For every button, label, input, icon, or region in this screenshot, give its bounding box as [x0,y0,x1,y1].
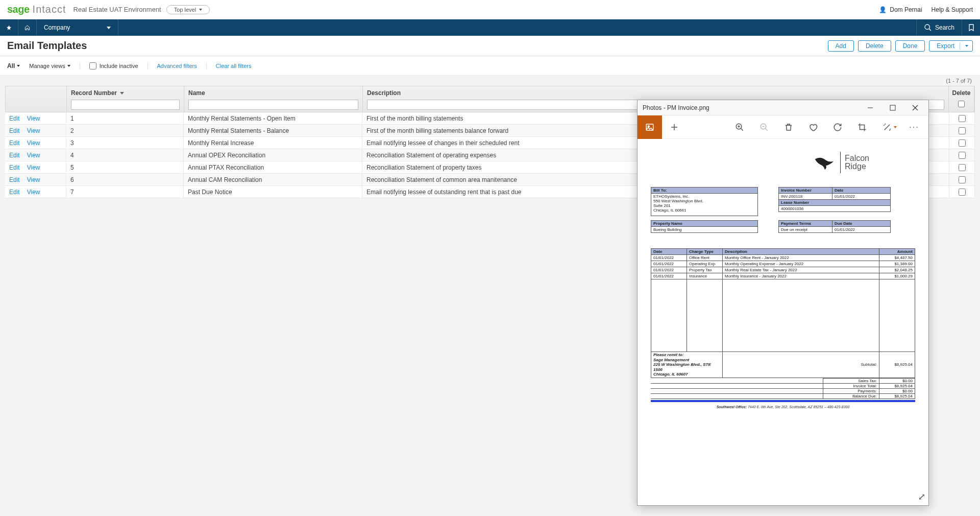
salestax-value: $0.00 [879,378,915,383]
edit-link[interactable]: Edit [9,127,20,134]
delete-button[interactable]: Delete [858,40,891,52]
rotate-button[interactable] [825,115,850,139]
edit-link[interactable]: Edit [9,164,20,171]
more-icon: ··· [909,123,919,132]
edit-link[interactable]: Edit [9,176,20,183]
col-record-number[interactable]: Record Number [67,86,184,112]
col-name[interactable]: Name [184,86,363,112]
company-label: Company [44,24,70,31]
edit-link[interactable]: Edit [9,189,20,196]
row-delete-checkbox[interactable] [959,115,966,122]
cell-name: Annual PTAX Reconciliation [184,161,362,173]
view-link[interactable]: View [27,127,40,134]
help-support-link[interactable]: Help & Support [932,6,973,13]
view-image-button[interactable] [638,115,662,139]
row-delete-checkbox[interactable] [959,139,966,147]
bill-to-header: Bill To: [651,187,758,194]
payments-value: $0.00 [879,388,915,393]
crop-button[interactable] [850,115,874,139]
advanced-filters-link[interactable]: Advanced filters [157,63,207,69]
row-delete-checkbox[interactable] [959,176,966,183]
edit-link[interactable]: Edit [9,115,20,122]
cell-record: 1 [66,112,184,124]
photos-titlebar[interactable]: Photos - PM Invoice.png [638,100,928,115]
more-button-photos[interactable]: ··· [905,115,923,139]
row-actions: EditView [5,161,66,173]
view-link[interactable]: View [27,139,40,147]
cell-name: Annual OPEX Reconciliation [184,149,362,161]
add-button-photos[interactable] [662,115,687,139]
invtotal-label: Invoice Total: [823,383,879,388]
edit-button-photos[interactable] [874,115,905,139]
invoice-line: 01/01/2022Property TaxMonthly Real Estat… [651,267,915,273]
maximize-button[interactable] [881,100,904,115]
export-button[interactable]: Export [929,40,973,52]
add-button[interactable]: Add [828,40,854,52]
delete-all-checkbox[interactable] [958,101,965,107]
zoom-out-button[interactable] [752,115,776,139]
totals-table: Sales Tax:$0.00 Invoice Total:$8,925.04 … [651,378,915,399]
zoom-in-button[interactable] [727,115,752,139]
maximize-icon [890,105,896,111]
magic-icon [883,123,892,132]
include-inactive-input[interactable] [89,62,96,69]
terms-value: Due on receipt [779,227,832,233]
filter-record-input[interactable] [71,100,180,110]
row-delete-checkbox[interactable] [959,152,966,159]
cell-name: Monthly Rental Statements - Balance [184,125,362,136]
row-actions: EditView [5,174,66,185]
filter-all-dropdown[interactable]: All [7,62,20,69]
manage-views-dropdown[interactable]: Manage views [29,63,80,69]
top-level-dropdown[interactable]: Top level [166,5,210,14]
home-icon [24,24,30,32]
home-button[interactable] [18,19,37,36]
cell-record: 4 [66,149,184,161]
edit-link[interactable]: Edit [9,152,20,159]
row-actions: EditView [5,125,66,136]
user-name: Dom Pernai [890,6,922,13]
row-actions: EditView [5,112,66,124]
line-col-date: Date [651,249,687,255]
include-inactive-checkbox[interactable]: Include inactive [89,62,148,69]
view-link[interactable]: View [27,189,40,196]
done-button[interactable]: Done [895,40,925,52]
close-icon [912,105,918,111]
photos-window: Photos - PM Invoice.png ··· [637,100,929,506]
user-menu[interactable]: 👤 Dom Pernai [879,6,922,13]
row-delete-checkbox[interactable] [959,127,966,134]
view-link[interactable]: View [27,164,40,171]
include-inactive-label: Include inactive [100,63,138,69]
salestax-label: Sales Tax: [823,378,879,383]
resize-handle[interactable]: ⤡ [916,493,927,501]
chevron-down-icon [107,27,111,29]
brand-sage: sage [7,4,30,15]
chevron-down-icon [67,65,70,67]
delete-button-photos[interactable] [776,115,801,139]
company-menu[interactable]: Company [37,19,118,36]
falcon-icon [814,155,836,170]
view-link[interactable]: View [27,176,40,183]
close-button[interactable] [904,100,926,115]
sort-desc-icon [120,92,124,95]
edit-link[interactable]: Edit [9,139,20,147]
cell-delete [949,186,975,198]
balance-value: $8,925.04 [879,393,915,398]
cell-record: 3 [66,137,184,149]
pager-text: (1 - 7 of 7) [5,76,975,86]
clear-filters-link[interactable]: Clear all filters [216,63,252,69]
row-delete-checkbox[interactable] [959,164,966,171]
favorites-button[interactable] [0,19,18,36]
subtotal-value: $8,925.04 [879,352,915,378]
cell-delete [949,174,975,185]
col-desc-label: Description [367,89,401,97]
search-button[interactable]: Search [916,19,962,36]
filter-name-input[interactable] [188,100,358,110]
invoice-line-table: Date Charge Type Description Amount 01/0… [651,248,915,378]
bookmark-button[interactable] [962,19,980,36]
row-delete-checkbox[interactable] [959,189,966,196]
view-link[interactable]: View [27,115,40,122]
prop-value: Boeing Building [651,227,758,233]
minimize-button[interactable] [859,100,881,115]
view-link[interactable]: View [27,152,40,159]
favorite-button-photos[interactable] [801,115,825,139]
